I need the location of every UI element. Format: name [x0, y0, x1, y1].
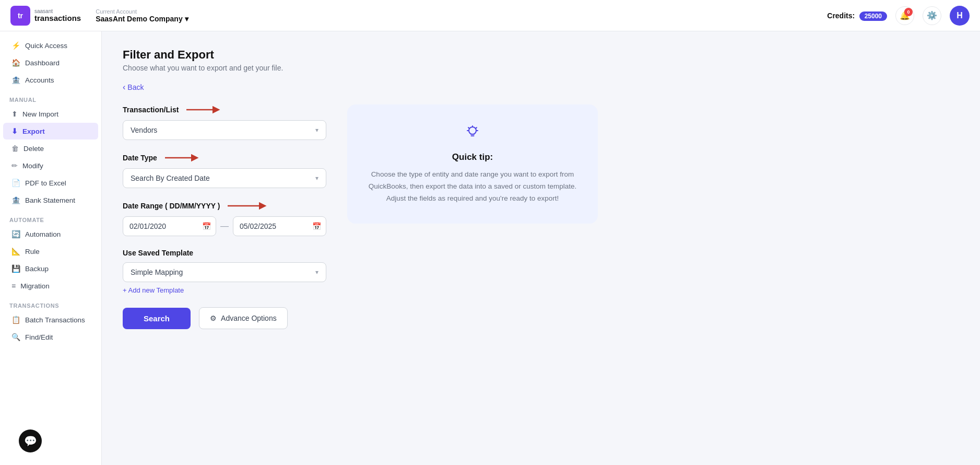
sidebar-item-label: Accounts — [25, 76, 54, 84]
new-import-icon: ⬆ — [11, 110, 18, 118]
red-arrow-transaction — [184, 104, 220, 115]
chevron-down-icon: ▾ — [315, 269, 318, 276]
sidebar-item-label: New Import — [22, 110, 58, 118]
batch-transactions-icon: 📋 — [11, 316, 20, 324]
sidebar-item-label: Batch Transactions — [25, 316, 85, 324]
transaction-list-value: Vendors — [131, 126, 157, 134]
notification-button[interactable]: 🔔 0 — [895, 6, 914, 25]
sidebar-item-export[interactable]: ⬇ Export — [3, 123, 98, 140]
user-avatar-button[interactable]: H — [950, 6, 970, 26]
sidebar-item-backup[interactable]: 💾 Backup — [3, 260, 98, 277]
button-row: Search ⚙ Advance Options — [123, 307, 326, 329]
advance-options-button[interactable]: ⚙ Advance Options — [199, 307, 288, 329]
sidebar-item-label: PDF to Excel — [25, 179, 66, 187]
form-left: Transaction/List Vendors ▾ — [123, 104, 326, 329]
account-name-dropdown[interactable]: SaasAnt Demo Company ▾ — [96, 15, 188, 23]
sidebar-item-label: Backup — [25, 265, 49, 273]
pdf-icon: 📄 — [11, 179, 20, 187]
back-label: Back — [127, 83, 144, 91]
sidebar-item-find-edit[interactable]: 🔍 Find/Edit — [3, 329, 98, 345]
migration-icon: ≡ — [11, 282, 16, 290]
chat-bubble-button[interactable]: 💬 — [19, 429, 42, 452]
modify-icon: ✏ — [11, 161, 18, 170]
sidebar-item-quick-access[interactable]: ⚡ Quick Access — [3, 37, 98, 54]
date-type-select[interactable]: Search By Created Date ▾ — [123, 168, 326, 188]
notification-count: 0 — [904, 8, 913, 16]
chevron-down-icon: ▾ — [315, 175, 318, 182]
tip-card: Quick tip: Choose the type of entity and… — [347, 104, 598, 224]
sidebar-item-label: Migration — [20, 282, 50, 290]
top-bar: tr saasant transactions Current Account … — [0, 0, 980, 31]
export-icon: ⬇ — [11, 127, 18, 135]
find-edit-icon: 🔍 — [11, 333, 20, 341]
credits-label: Credits: — [827, 11, 855, 20]
date-type-group: Date Type Search By Created Date ▾ — [123, 153, 326, 188]
credits-badge: 25000 — [859, 11, 887, 21]
sidebar-item-label: Quick Access — [25, 42, 67, 50]
backup-icon: 💾 — [11, 264, 20, 273]
sidebar-item-bank-statement[interactable]: 🏦 Bank Statement — [3, 192, 98, 208]
add-template-link[interactable]: + Add new Template — [123, 286, 184, 294]
sidebar-item-label: Delete — [23, 145, 44, 153]
credits-display: Credits: 25000 — [827, 11, 887, 20]
sidebar-item-pdf-to-excel[interactable]: 📄 PDF to Excel — [3, 175, 98, 191]
accounts-icon: 🏦 — [11, 76, 20, 84]
search-button[interactable]: Search — [123, 308, 191, 329]
sidebar-item-migration[interactable]: ≡ Migration — [3, 277, 98, 294]
delete-icon: 🗑 — [11, 144, 19, 153]
form-right: Quick tip: Choose the type of entity and… — [347, 104, 598, 224]
saved-template-value: Simple Mapping — [131, 268, 183, 276]
transaction-list-select[interactable]: Vendors ▾ — [123, 120, 326, 140]
logo-text: saasant transactions — [34, 8, 81, 23]
account-selector[interactable]: Current Account SaasAnt Demo Company ▾ — [96, 8, 188, 23]
account-name: SaasAnt Demo Company — [96, 15, 182, 23]
back-button[interactable]: ‹ Back — [123, 83, 959, 92]
date-separator: — — [220, 222, 229, 231]
calendar-icon[interactable]: 📅 — [202, 222, 211, 230]
sidebar-item-automation[interactable]: 🔄 Automation — [3, 226, 98, 242]
tip-text: Choose the type of entity and date range… — [363, 169, 582, 205]
saved-template-group: Use Saved Template Simple Mapping ▾ + Ad… — [123, 249, 326, 295]
sidebar-item-label: Dashboard — [25, 59, 60, 67]
transaction-list-group: Transaction/List Vendors ▾ — [123, 104, 326, 140]
date-to-wrap: 📅 — [233, 216, 326, 236]
sidebar-item-accounts[interactable]: 🏦 Accounts — [3, 72, 98, 88]
transaction-list-label: Transaction/List — [123, 104, 326, 115]
logo-box: tr — [10, 6, 30, 26]
form-content: Transaction/List Vendors ▾ — [123, 104, 959, 329]
automate-section-header: AUTOMATE — [0, 211, 101, 225]
brand-transactions: transactions — [34, 14, 81, 23]
automation-icon: 🔄 — [11, 230, 20, 238]
sidebar-item-dashboard[interactable]: 🏠 Dashboard — [3, 54, 98, 71]
date-from-wrap: 📅 — [123, 216, 216, 236]
advance-btn-label: Advance Options — [221, 314, 277, 322]
sidebar-item-delete[interactable]: 🗑 Delete — [3, 140, 98, 157]
sidebar-item-label: Rule — [25, 248, 40, 255]
tip-title: Quick tip: — [363, 152, 582, 162]
sidebar-item-label: Export — [22, 127, 45, 135]
sidebar-item-label: Automation — [25, 230, 61, 238]
saved-template-select[interactable]: Simple Mapping ▾ — [123, 262, 326, 282]
sidebar-item-label: Bank Statement — [25, 196, 75, 204]
sidebar-item-rule[interactable]: 📐 Rule — [3, 243, 98, 260]
main-content: Filter and Export Choose what you want t… — [102, 31, 980, 465]
date-type-value: Search By Created Date — [131, 174, 210, 182]
chevron-down-icon: ▾ — [315, 126, 318, 134]
logo-initials: tr — [18, 11, 23, 20]
sidebar-item-modify[interactable]: ✏ Modify — [3, 157, 98, 174]
date-range-label: Date Range ( DD/MM/YYYY ) — [123, 201, 326, 211]
page-title: Filter and Export — [123, 48, 959, 62]
quick-access-icon: ⚡ — [11, 41, 20, 50]
sidebar-item-batch-transactions[interactable]: 📋 Batch Transactions — [3, 311, 98, 328]
calendar-icon[interactable]: 📅 — [312, 222, 321, 230]
settings-button[interactable]: ⚙️ — [923, 6, 941, 25]
sidebar-item-label: Modify — [22, 162, 43, 170]
add-template-label: + Add new Template — [123, 286, 184, 294]
sidebar-item-new-import[interactable]: ⬆ New Import — [3, 106, 98, 122]
date-type-label: Date Type — [123, 153, 326, 163]
logo-area: tr saasant transactions — [10, 6, 81, 26]
chevron-down-icon: ▾ — [185, 15, 188, 23]
date-range-row: 📅 — 📅 — [123, 216, 326, 236]
transactions-section-header: TRANSACTIONS — [0, 296, 101, 311]
gear-icon: ⚙️ — [927, 10, 937, 20]
